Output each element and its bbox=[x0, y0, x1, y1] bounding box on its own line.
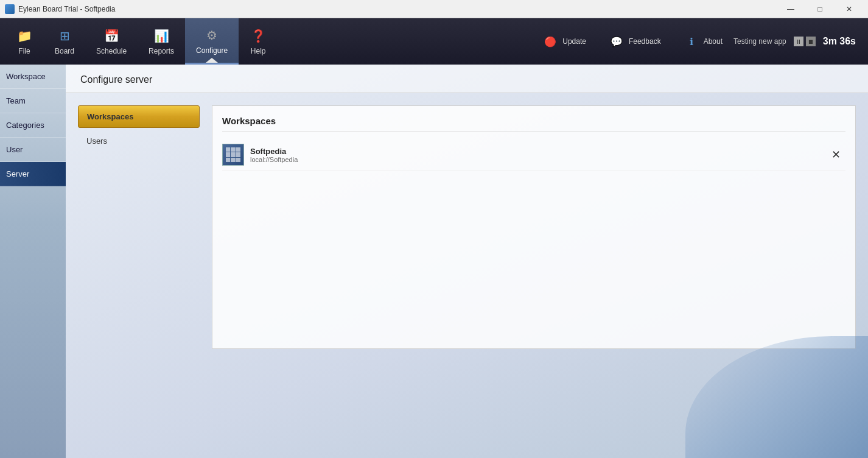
workspace-path: local://Softpedia bbox=[250, 156, 821, 163]
feedback-icon: 💬 bbox=[608, 33, 625, 50]
help-icon: ❓ bbox=[250, 27, 267, 44]
content-area: Configure server Workspaces Users Worksp… bbox=[66, 65, 868, 458]
menu-label-schedule: Schedule bbox=[96, 47, 127, 55]
close-button[interactable]: ✕ bbox=[835, 0, 863, 18]
testing-label: Testing new app bbox=[733, 37, 786, 46]
page-header: Configure server bbox=[66, 65, 868, 93]
page-body: Workspaces Users Workspaces Softpedi bbox=[66, 93, 868, 361]
workspace-panel: Workspaces Softpedia local://Softpedia ✕ bbox=[212, 105, 856, 349]
menu-label-update: Update bbox=[562, 37, 586, 46]
menu-item-configure[interactable]: ⚙ Configure bbox=[185, 18, 239, 65]
menu-label-reports: Reports bbox=[149, 47, 174, 55]
workspace-icon-inner bbox=[226, 147, 240, 162]
sidebar-item-team[interactable]: Team bbox=[0, 89, 66, 113]
menu-item-file[interactable]: 📁 File bbox=[5, 18, 44, 65]
menu-label-about: About bbox=[704, 37, 723, 46]
sidebar: Workspace Team Categories User Server bbox=[0, 65, 66, 458]
menu-item-help[interactable]: ❓ Help bbox=[239, 18, 278, 65]
pause-button[interactable]: ⏸ bbox=[794, 37, 803, 46]
about-icon: ℹ bbox=[683, 33, 700, 50]
app-icon bbox=[5, 4, 15, 14]
page-title: Configure server bbox=[80, 74, 152, 85]
sub-nav: Workspaces Users bbox=[78, 105, 200, 349]
workspace-remove-button[interactable]: ✕ bbox=[827, 146, 845, 164]
reports-icon: 📊 bbox=[153, 27, 170, 44]
menu-label-board: Board bbox=[55, 47, 74, 55]
title-bar: Eylean Board Trial - Softpedia — □ ✕ bbox=[0, 0, 868, 18]
sub-nav-item-workspaces[interactable]: Workspaces bbox=[78, 105, 200, 128]
menu-item-about[interactable]: ℹ About bbox=[672, 18, 733, 65]
board-icon: ⊞ bbox=[56, 27, 73, 44]
update-icon: 🔴 bbox=[542, 33, 559, 50]
sidebar-item-workspace[interactable]: Workspace bbox=[0, 65, 66, 89]
schedule-icon: 📅 bbox=[103, 27, 120, 44]
workspace-name: Softpedia bbox=[250, 147, 821, 156]
title-bar-controls[interactable]: — □ ✕ bbox=[777, 0, 863, 18]
timer-display: 3m 36s bbox=[823, 36, 856, 47]
sub-nav-item-users[interactable]: Users bbox=[78, 130, 200, 152]
sidebar-item-categories[interactable]: Categories bbox=[0, 113, 66, 138]
menu-label-configure: Configure bbox=[196, 46, 228, 55]
menu-bar: 📁 File ⊞ Board 📅 Schedule 📊 Reports ⚙ Co… bbox=[0, 18, 868, 65]
timer-controls[interactable]: ⏸ ⏹ bbox=[794, 37, 816, 46]
sidebar-item-user[interactable]: User bbox=[0, 138, 66, 162]
menu-right: Testing new app ⏸ ⏹ 3m 36s bbox=[733, 36, 863, 47]
maximize-button[interactable]: □ bbox=[806, 0, 834, 18]
menu-item-update[interactable]: 🔴 Update bbox=[531, 18, 597, 65]
workspace-icon bbox=[222, 144, 244, 166]
window-title: Eylean Board Trial - Softpedia bbox=[18, 5, 115, 13]
minimize-button[interactable]: — bbox=[777, 0, 805, 18]
menu-item-reports[interactable]: 📊 Reports bbox=[138, 18, 185, 65]
workspace-entry: Softpedia local://Softpedia ✕ bbox=[222, 139, 845, 171]
workspace-section-title: Workspaces bbox=[222, 116, 845, 132]
menu-item-feedback[interactable]: 💬 Feedback bbox=[597, 18, 672, 65]
title-bar-left: Eylean Board Trial - Softpedia bbox=[5, 4, 115, 14]
main-container: Workspace Team Categories User Server Co… bbox=[0, 65, 868, 458]
workspace-info: Softpedia local://Softpedia bbox=[250, 147, 821, 163]
menu-item-schedule[interactable]: 📅 Schedule bbox=[85, 18, 138, 65]
file-icon: 📁 bbox=[16, 27, 33, 44]
menu-label-file: File bbox=[18, 47, 30, 55]
menu-label-feedback: Feedback bbox=[629, 37, 661, 46]
sidebar-item-server[interactable]: Server bbox=[0, 162, 66, 186]
menu-item-board[interactable]: ⊞ Board bbox=[44, 18, 85, 65]
configure-icon: ⚙ bbox=[203, 27, 220, 44]
menu-label-help: Help bbox=[251, 47, 266, 55]
stop-button[interactable]: ⏹ bbox=[806, 37, 816, 46]
